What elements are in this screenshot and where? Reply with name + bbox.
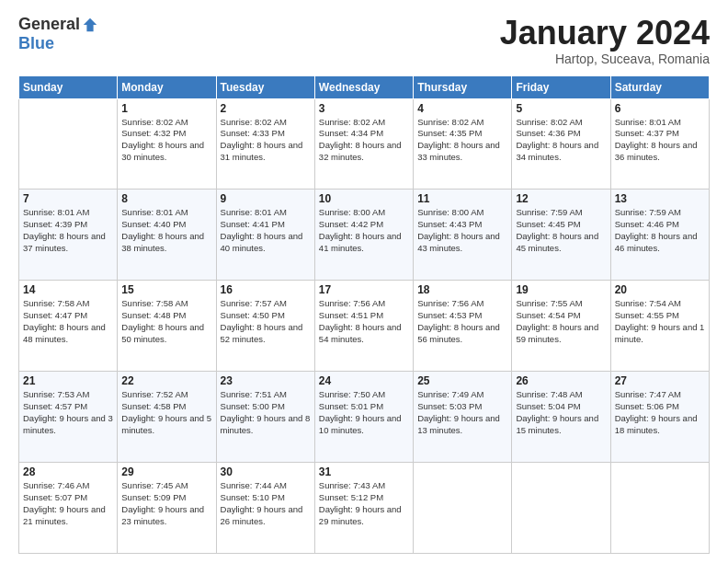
- calendar-week-row: 1Sunrise: 8:02 AMSunset: 4:32 PMDaylight…: [19, 98, 710, 190]
- day-info: Sunrise: 7:59 AMSunset: 4:46 PMDaylight:…: [615, 207, 705, 254]
- logo-blue-text: Blue: [18, 34, 54, 53]
- day-number: 24: [319, 374, 409, 387]
- day-number: 8: [121, 192, 211, 205]
- day-number: 6: [615, 102, 705, 115]
- day-of-week-header: Friday: [512, 75, 610, 98]
- calendar-cell: 5Sunrise: 8:02 AMSunset: 4:36 PMDaylight…: [512, 98, 610, 190]
- day-info: Sunrise: 8:00 AMSunset: 4:42 PMDaylight:…: [319, 207, 409, 254]
- calendar-cell: 11Sunrise: 8:00 AMSunset: 4:43 PMDayligh…: [414, 190, 512, 281]
- day-info: Sunrise: 7:59 AMSunset: 4:45 PMDaylight:…: [516, 207, 606, 254]
- calendar-cell: 10Sunrise: 8:00 AMSunset: 4:42 PMDayligh…: [314, 190, 413, 281]
- day-number: 1: [121, 102, 211, 115]
- day-info: Sunrise: 8:02 AMSunset: 4:32 PMDaylight:…: [121, 117, 211, 164]
- calendar-cell: 17Sunrise: 7:56 AMSunset: 4:51 PMDayligh…: [314, 281, 413, 372]
- day-info: Sunrise: 7:47 AMSunset: 5:06 PMDaylight:…: [615, 389, 705, 436]
- day-info: Sunrise: 7:56 AMSunset: 4:53 PMDaylight:…: [417, 298, 507, 345]
- day-info: Sunrise: 7:52 AMSunset: 4:58 PMDaylight:…: [121, 389, 211, 436]
- day-number: 3: [319, 102, 409, 115]
- month-title: January 2024: [500, 15, 710, 52]
- calendar-cell: 15Sunrise: 7:58 AMSunset: 4:48 PMDayligh…: [118, 281, 216, 372]
- day-info: Sunrise: 7:48 AMSunset: 5:04 PMDaylight:…: [516, 389, 606, 436]
- day-number: 27: [615, 374, 705, 387]
- day-info: Sunrise: 8:02 AMSunset: 4:33 PMDaylight:…: [221, 117, 311, 164]
- day-info: Sunrise: 7:46 AMSunset: 5:07 PMDaylight:…: [23, 480, 113, 527]
- calendar-cell: 21Sunrise: 7:53 AMSunset: 4:57 PMDayligh…: [19, 372, 118, 463]
- day-info: Sunrise: 8:01 AMSunset: 4:40 PMDaylight:…: [121, 207, 211, 254]
- day-number: 2: [221, 102, 311, 115]
- calendar-cell: 29Sunrise: 7:45 AMSunset: 5:09 PMDayligh…: [118, 463, 216, 554]
- day-of-week-header: Sunday: [19, 75, 118, 98]
- day-number: 30: [221, 465, 311, 478]
- day-number: 29: [121, 465, 211, 478]
- day-info: Sunrise: 8:02 AMSunset: 4:35 PMDaylight:…: [417, 117, 507, 164]
- day-number: 25: [417, 374, 507, 387]
- day-number: 31: [319, 465, 409, 478]
- calendar-week-row: 28Sunrise: 7:46 AMSunset: 5:07 PMDayligh…: [19, 463, 710, 554]
- day-info: Sunrise: 7:51 AMSunset: 5:00 PMDaylight:…: [221, 389, 311, 436]
- day-info: Sunrise: 8:00 AMSunset: 4:43 PMDaylight:…: [417, 207, 507, 254]
- calendar-cell: 1Sunrise: 8:02 AMSunset: 4:32 PMDaylight…: [118, 98, 216, 190]
- day-of-week-header: Thursday: [414, 75, 512, 98]
- calendar-cell: [414, 463, 512, 554]
- day-of-week-header: Saturday: [610, 75, 709, 98]
- calendar-cell: [19, 98, 118, 190]
- day-info: Sunrise: 8:01 AMSunset: 4:41 PMDaylight:…: [221, 207, 311, 254]
- day-number: 15: [121, 283, 211, 296]
- logo-general-text: General: [18, 15, 80, 34]
- logo: General Blue: [18, 15, 98, 53]
- day-info: Sunrise: 7:45 AMSunset: 5:09 PMDaylight:…: [121, 480, 211, 527]
- calendar-cell: 23Sunrise: 7:51 AMSunset: 5:00 PMDayligh…: [216, 372, 314, 463]
- calendar-cell: 14Sunrise: 7:58 AMSunset: 4:47 PMDayligh…: [19, 281, 118, 372]
- day-info: Sunrise: 7:53 AMSunset: 4:57 PMDaylight:…: [23, 389, 113, 436]
- calendar-cell: 20Sunrise: 7:54 AMSunset: 4:55 PMDayligh…: [610, 281, 709, 372]
- day-number: 22: [121, 374, 211, 387]
- calendar-cell: 22Sunrise: 7:52 AMSunset: 4:58 PMDayligh…: [118, 372, 216, 463]
- day-number: 18: [417, 283, 507, 296]
- day-number: 7: [23, 192, 113, 205]
- day-info: Sunrise: 7:44 AMSunset: 5:10 PMDaylight:…: [221, 480, 311, 527]
- day-info: Sunrise: 7:49 AMSunset: 5:03 PMDaylight:…: [417, 389, 507, 436]
- day-number: 21: [23, 374, 113, 387]
- day-number: 13: [615, 192, 705, 205]
- day-number: 28: [23, 465, 113, 478]
- day-number: 5: [516, 102, 606, 115]
- day-info: Sunrise: 7:56 AMSunset: 4:51 PMDaylight:…: [319, 298, 409, 345]
- day-of-week-header: Tuesday: [216, 75, 314, 98]
- day-info: Sunrise: 7:55 AMSunset: 4:54 PMDaylight:…: [516, 298, 606, 345]
- calendar-cell: 25Sunrise: 7:49 AMSunset: 5:03 PMDayligh…: [414, 372, 512, 463]
- day-info: Sunrise: 7:54 AMSunset: 4:55 PMDaylight:…: [615, 298, 705, 345]
- calendar-cell: 12Sunrise: 7:59 AMSunset: 4:45 PMDayligh…: [512, 190, 610, 281]
- subtitle: Hartop, Suceava, Romania: [500, 52, 710, 66]
- page: General Blue January 2024 Hartop, Suceav…: [0, 0, 728, 563]
- calendar-cell: 3Sunrise: 8:02 AMSunset: 4:34 PMDaylight…: [314, 98, 413, 190]
- day-number: 19: [516, 283, 606, 296]
- day-number: 12: [516, 192, 606, 205]
- day-of-week-header: Wednesday: [314, 75, 413, 98]
- day-of-week-header: Monday: [118, 75, 216, 98]
- calendar-week-row: 14Sunrise: 7:58 AMSunset: 4:47 PMDayligh…: [19, 281, 710, 372]
- header: General Blue January 2024 Hartop, Suceav…: [18, 15, 710, 66]
- calendar-header-row: SundayMondayTuesdayWednesdayThursdayFrid…: [19, 75, 710, 98]
- day-number: 16: [221, 283, 311, 296]
- day-info: Sunrise: 7:58 AMSunset: 4:47 PMDaylight:…: [23, 298, 113, 345]
- day-number: 20: [615, 283, 705, 296]
- day-number: 17: [319, 283, 409, 296]
- calendar-cell: 8Sunrise: 8:01 AMSunset: 4:40 PMDaylight…: [118, 190, 216, 281]
- calendar-cell: 26Sunrise: 7:48 AMSunset: 5:04 PMDayligh…: [512, 372, 610, 463]
- day-info: Sunrise: 8:01 AMSunset: 4:37 PMDaylight:…: [615, 117, 705, 164]
- calendar-cell: 16Sunrise: 7:57 AMSunset: 4:50 PMDayligh…: [216, 281, 314, 372]
- calendar-cell: 18Sunrise: 7:56 AMSunset: 4:53 PMDayligh…: [414, 281, 512, 372]
- calendar-cell: 31Sunrise: 7:43 AMSunset: 5:12 PMDayligh…: [314, 463, 413, 554]
- logo-icon: [82, 17, 98, 33]
- day-number: 26: [516, 374, 606, 387]
- svg-marker-0: [84, 17, 97, 30]
- day-number: 4: [417, 102, 507, 115]
- day-number: 23: [221, 374, 311, 387]
- calendar-cell: 9Sunrise: 8:01 AMSunset: 4:41 PMDaylight…: [216, 190, 314, 281]
- day-number: 10: [319, 192, 409, 205]
- day-info: Sunrise: 8:02 AMSunset: 4:36 PMDaylight:…: [516, 117, 606, 164]
- calendar-week-row: 7Sunrise: 8:01 AMSunset: 4:39 PMDaylight…: [19, 190, 710, 281]
- calendar-cell: 2Sunrise: 8:02 AMSunset: 4:33 PMDaylight…: [216, 98, 314, 190]
- calendar-cell: 6Sunrise: 8:01 AMSunset: 4:37 PMDaylight…: [610, 98, 709, 190]
- title-block: January 2024 Hartop, Suceava, Romania: [500, 15, 710, 66]
